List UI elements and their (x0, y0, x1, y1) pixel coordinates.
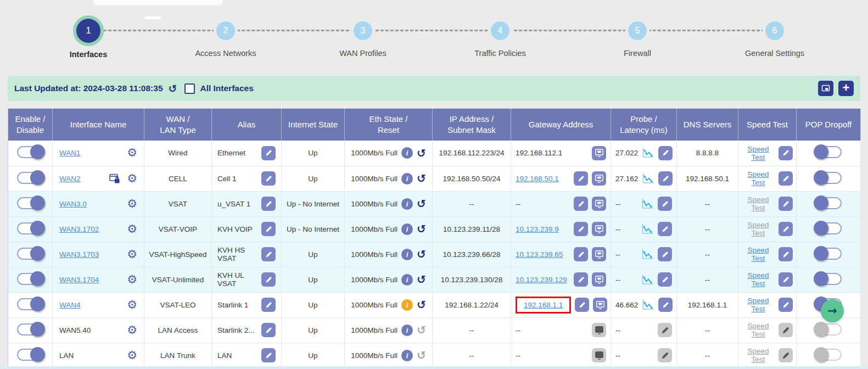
step-circle[interactable]: 1 (76, 19, 100, 43)
interface-name-link[interactable]: WAN1 (59, 149, 123, 157)
gateway-ping-button[interactable] (592, 171, 606, 186)
probe-edit-button[interactable] (658, 146, 673, 160)
alias-edit-button[interactable] (261, 171, 276, 186)
speed-test-edit-button[interactable] (779, 298, 793, 312)
gateway-link[interactable]: 192.168.50.1 (516, 175, 559, 183)
speed-test-edit-button[interactable] (779, 171, 793, 186)
sim-lock-icon[interactable] (109, 174, 121, 184)
speed-test-link[interactable]: Speed Test (742, 145, 775, 161)
speed-test-link[interactable]: Speed Test (742, 221, 775, 237)
speed-test-link[interactable]: Speed Test (742, 195, 775, 212)
enable-toggle[interactable] (17, 248, 43, 260)
cursor-arrow-overlay[interactable]: → (821, 299, 844, 322)
gateway-ping-button[interactable] (592, 222, 606, 236)
reset-icon[interactable]: ↺ (417, 198, 426, 209)
speed-test-link[interactable]: Speed Test (742, 271, 775, 288)
add-interface-button[interactable]: + (838, 81, 854, 96)
reset-icon[interactable]: ↺ (417, 249, 426, 260)
info-icon[interactable]: i (401, 198, 413, 210)
alias-edit-button[interactable] (261, 146, 276, 160)
gear-icon[interactable]: ⚙ (127, 299, 137, 311)
latency-chart-icon[interactable] (641, 223, 654, 235)
pop-dropoff-toggle[interactable] (815, 248, 842, 260)
speed-test-edit-button[interactable] (779, 146, 793, 160)
speed-test-edit-button[interactable] (779, 197, 793, 211)
stepper-step-access-networks[interactable]: 2Access Networks (157, 14, 294, 59)
speed-test-edit-button[interactable] (779, 247, 793, 261)
alias-edit-button[interactable] (261, 323, 276, 337)
card-view-button[interactable] (818, 81, 833, 96)
gear-icon[interactable]: ⚙ (127, 325, 137, 336)
speed-test-link[interactable]: Speed Test (742, 322, 775, 338)
stepper-step-interfaces[interactable]: 1Interfaces (20, 14, 157, 59)
enable-toggle[interactable] (17, 273, 43, 285)
gear-icon[interactable]: ⚙ (127, 223, 137, 235)
step-circle[interactable]: 6 (765, 21, 784, 40)
speed-test-link[interactable]: Speed Test (742, 347, 775, 364)
enable-toggle[interactable] (17, 197, 43, 209)
alias-edit-button[interactable] (261, 348, 276, 362)
latency-chart-icon[interactable] (641, 198, 654, 210)
probe-edit-button[interactable] (658, 348, 672, 362)
probe-edit-button[interactable] (658, 197, 672, 211)
gateway-edit-button[interactable] (575, 298, 589, 312)
enable-toggle[interactable] (17, 172, 43, 184)
interface-name-link[interactable]: WAN3.1703 (59, 250, 123, 259)
speed-test-edit-button[interactable] (779, 348, 793, 362)
reset-icon[interactable]: ↺ (417, 223, 426, 234)
stepper-step-traffic-policies[interactable]: 4Traffic Policies (432, 14, 569, 59)
step-circle[interactable]: 4 (491, 21, 509, 40)
gateway-ping-button[interactable] (592, 348, 606, 362)
probe-edit-button[interactable] (658, 247, 672, 261)
gateway-link[interactable]: 10.123.239.129 (516, 276, 567, 284)
gateway-link[interactable]: 10.123.239.65 (516, 250, 563, 259)
gateway-edit-button[interactable] (574, 197, 588, 211)
alias-edit-button[interactable] (261, 222, 276, 236)
interface-name-link[interactable]: WAN3.1702 (59, 225, 123, 233)
reset-icon[interactable]: ↺ (417, 173, 426, 184)
enable-toggle[interactable] (17, 222, 43, 234)
pop-dropoff-toggle[interactable] (815, 197, 842, 209)
alias-edit-button[interactable] (261, 298, 276, 312)
gear-icon[interactable]: ⚙ (127, 249, 137, 260)
speed-test-link[interactable]: Speed Test (742, 297, 775, 313)
speed-test-edit-button[interactable] (779, 222, 793, 236)
speed-test-link[interactable]: Speed Test (742, 246, 775, 262)
latency-chart-icon[interactable] (642, 299, 654, 311)
probe-edit-button[interactable] (658, 272, 672, 287)
interface-name-link[interactable]: WAN3.1704 (59, 276, 123, 284)
info-icon[interactable]: i (401, 299, 413, 311)
latency-chart-icon[interactable] (642, 147, 654, 159)
reset-icon[interactable]: ↺ (417, 148, 426, 159)
info-icon[interactable]: i (401, 147, 413, 159)
all-interfaces-checkbox[interactable] (184, 83, 195, 94)
reset-icon[interactable]: ↺ (417, 274, 426, 285)
gateway-edit-button[interactable] (574, 247, 588, 261)
gateway-link[interactable]: 10.123.239.9 (516, 225, 559, 233)
latency-chart-icon[interactable] (641, 249, 654, 260)
probe-edit-button[interactable] (658, 222, 672, 236)
speed-test-edit-button[interactable] (779, 323, 793, 337)
speed-test-link[interactable]: Speed Test (742, 170, 775, 187)
step-circle[interactable]: 3 (354, 21, 372, 40)
info-icon[interactable]: i (401, 223, 413, 235)
enable-toggle[interactable] (17, 323, 43, 336)
gear-icon[interactable]: ⚙ (127, 274, 137, 286)
probe-edit-button[interactable] (658, 171, 673, 186)
probe-edit-button[interactable] (658, 323, 672, 337)
gateway-ping-button[interactable] (592, 247, 606, 261)
gear-icon[interactable]: ⚙ (127, 147, 137, 159)
alias-edit-button[interactable] (261, 197, 276, 211)
stepper-step-firewall[interactable]: 5Firewall (569, 14, 706, 59)
gateway-edit-button[interactable] (574, 222, 588, 236)
gateway-ping-button[interactable] (592, 323, 606, 337)
latency-chart-icon[interactable] (642, 173, 654, 185)
stepper-step-general-settings[interactable]: 6General Settings (706, 14, 843, 59)
info-icon[interactable]: i (401, 325, 413, 336)
refresh-icon[interactable]: ↺ (169, 82, 177, 94)
gateway-edit-button[interactable] (574, 171, 588, 186)
gateway-ping-button[interactable] (592, 272, 606, 287)
gateway-ping-button[interactable] (593, 298, 607, 312)
info-icon[interactable]: i (401, 274, 413, 286)
pop-dropoff-toggle[interactable] (815, 172, 842, 184)
